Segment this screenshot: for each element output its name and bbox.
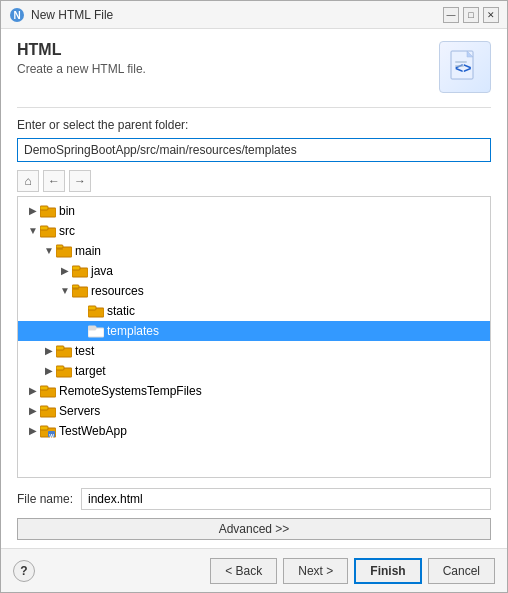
back-button[interactable]: < Back [210, 558, 277, 584]
svg-text:W: W [49, 433, 54, 438]
header-section: HTML Create a new HTML file. <> [17, 41, 491, 93]
svg-rect-20 [88, 306, 96, 310]
maximize-button[interactable]: □ [463, 7, 479, 23]
svg-rect-10 [40, 226, 48, 230]
folder-icon [88, 324, 104, 338]
filename-input[interactable] [81, 488, 491, 510]
tree-label: static [107, 304, 135, 318]
tree-label: java [91, 264, 113, 278]
title-bar: N New HTML File — □ ✕ [1, 1, 507, 29]
tree-label: test [75, 344, 94, 358]
tree-toggle[interactable] [74, 303, 88, 319]
folder-icon [56, 344, 72, 358]
tree-item-servers[interactable]: ▶ Servers [18, 401, 490, 421]
filename-label: File name: [17, 492, 73, 506]
folder-icon [88, 304, 104, 318]
tree-item-static[interactable]: static [18, 301, 490, 321]
tree-label: src [59, 224, 75, 238]
svg-rect-13 [56, 245, 63, 248]
folder-label: Enter or select the parent folder: [17, 118, 491, 132]
tree-item-target[interactable]: ▶ target [18, 361, 490, 381]
header-title: HTML [17, 41, 146, 59]
tree-item-src[interactable]: ▼ src [18, 221, 490, 241]
tree-item-test[interactable]: ▶ test [18, 341, 490, 361]
tree-toggle[interactable]: ▶ [26, 403, 40, 419]
tree-label: Servers [59, 404, 100, 418]
tree-item-testwebapp[interactable]: ▶ W TestWebApp [18, 421, 490, 441]
svg-text:N: N [13, 10, 20, 21]
svg-rect-26 [56, 366, 64, 370]
cancel-button[interactable]: Cancel [428, 558, 495, 584]
tree-label: bin [59, 204, 75, 218]
home-button[interactable]: ⌂ [17, 170, 39, 192]
tree-toggle[interactable]: ▶ [26, 423, 40, 439]
folder-icon [72, 284, 88, 298]
finish-button[interactable]: Finish [354, 558, 421, 584]
tree-item-resources[interactable]: ▼ resources [18, 281, 490, 301]
bottom-bar: ? < Back Next > Finish Cancel [1, 548, 507, 592]
tree-toggle[interactable]: ▼ [42, 243, 56, 259]
tree-toggle[interactable]: ▶ [26, 383, 40, 399]
window-icon: N [9, 7, 25, 23]
tree-item-java[interactable]: ▶ java [18, 261, 490, 281]
tree-toggle[interactable]: ▶ [42, 363, 56, 379]
tree-toggle[interactable]: ▶ [42, 343, 56, 359]
tree-label: resources [91, 284, 144, 298]
tree-item-remote[interactable]: ▶ RemoteSystemsTempFiles [18, 381, 490, 401]
tree-item-bin[interactable]: ▶ bin [18, 201, 490, 221]
svg-rect-28 [40, 386, 48, 390]
folder-icon [40, 204, 56, 218]
svg-rect-32 [40, 426, 48, 430]
tree-toggle[interactable]: ▼ [58, 283, 72, 299]
back-button[interactable]: ← [43, 170, 65, 192]
svg-rect-22 [88, 326, 96, 330]
tree-toggle[interactable]: ▶ [58, 263, 72, 279]
folder-icon: W [40, 424, 56, 438]
tree-toolbar: ⌂ ← → [17, 170, 491, 192]
folder-icon [40, 384, 56, 398]
tree-toggle[interactable]: ▶ [26, 203, 40, 219]
help-button[interactable]: ? [13, 560, 35, 582]
folder-icon [72, 264, 88, 278]
svg-rect-5 [455, 61, 467, 63]
tree-label: main [75, 244, 101, 258]
main-content: HTML Create a new HTML file. <> Enter or… [1, 29, 507, 548]
bottom-buttons: < Back Next > Finish Cancel [210, 558, 495, 584]
folder-tree[interactable]: ▶ bin▼ src▼ main▶ java▼ resources static… [17, 196, 491, 478]
tree-item-templates[interactable]: templates [18, 321, 490, 341]
svg-rect-6 [455, 65, 464, 67]
minimize-button[interactable]: — [443, 7, 459, 23]
section-divider [17, 107, 491, 108]
svg-rect-15 [72, 266, 80, 270]
folder-icon [56, 244, 72, 258]
folder-icon [56, 364, 72, 378]
tree-toggle[interactable] [74, 323, 88, 339]
tree-toggle[interactable]: ▼ [26, 223, 40, 239]
folder-icon [40, 224, 56, 238]
tree-label: templates [107, 324, 159, 338]
svg-rect-8 [40, 206, 48, 210]
header-info: HTML Create a new HTML file. [17, 41, 146, 76]
tree-label: TestWebApp [59, 424, 127, 438]
next-button[interactable]: Next > [283, 558, 348, 584]
svg-rect-18 [72, 285, 79, 288]
advanced-button[interactable]: Advanced >> [17, 518, 491, 540]
window-title: New HTML File [31, 8, 113, 22]
path-input[interactable] [17, 138, 491, 162]
header-subtitle: Create a new HTML file. [17, 62, 146, 76]
tree-item-main[interactable]: ▼ main [18, 241, 490, 261]
folder-icon [40, 404, 56, 418]
html-icon-svg: <> [447, 49, 483, 85]
svg-rect-30 [40, 406, 48, 410]
close-button[interactable]: ✕ [483, 7, 499, 23]
svg-rect-24 [56, 346, 64, 350]
html-file-icon: <> [439, 41, 491, 93]
tree-label: RemoteSystemsTempFiles [59, 384, 202, 398]
forward-button[interactable]: → [69, 170, 91, 192]
filename-row: File name: [17, 488, 491, 510]
tree-label: target [75, 364, 106, 378]
